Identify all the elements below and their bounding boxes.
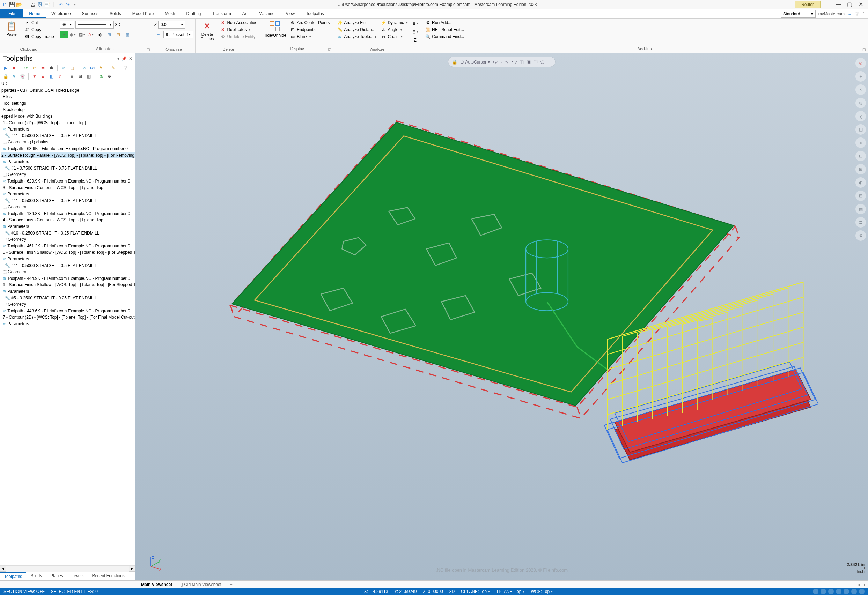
arc-center-button[interactable]: ⊕Arc Center Points — [288, 19, 331, 26]
attr-btn-3[interactable]: ▦ — [124, 31, 131, 38]
tab-file[interactable]: File — [0, 9, 24, 19]
tree-row[interactable]: ≋ Toolpath - 461.2K - FileInfo.com Examp… — [1, 243, 135, 249]
tree-row[interactable]: ≋ Toolpath - 448.6K - FileInfo.com Examp… — [1, 308, 135, 314]
ghost-icon[interactable]: 👻 — [19, 73, 26, 80]
tb-icon-3[interactable]: ▥ — [85, 73, 92, 80]
tree-row[interactable]: ≋ Toolpath - 186.8K - FileInfo.com Examp… — [1, 211, 135, 217]
orbit-icon[interactable]: ◎ — [855, 98, 866, 108]
expand-icon[interactable]: ◲ — [147, 47, 150, 51]
attr-btn-1[interactable]: ⊞ — [105, 31, 113, 38]
panel-tab-planes[interactable]: Planes — [46, 572, 67, 580]
tree-row[interactable]: ≋ Parameters — [1, 223, 135, 230]
endpoints-button[interactable]: ⊡Endpoints — [288, 27, 331, 33]
non-associative-button[interactable]: ✖Non-Associative — [218, 19, 259, 26]
status-i6-icon[interactable] — [851, 589, 857, 594]
tree-row[interactable]: Tool settings — [1, 100, 135, 107]
autocursor-button[interactable]: ⊕ AutoCursor ▾ — [460, 59, 490, 65]
command-find-button[interactable]: 🔍Command Find... — [424, 34, 465, 40]
tree-row[interactable]: 4 - Surface Finish Contour - [WCS: Top] … — [1, 217, 135, 223]
ft-poly-icon[interactable]: ⬠ — [540, 59, 544, 65]
duplicates-button[interactable]: ✖Duplicates — [218, 27, 259, 33]
copy-image-button[interactable]: 🖼Copy Image — [23, 34, 56, 40]
backplot-icon[interactable]: ≋ — [60, 65, 67, 72]
viewsheet-main[interactable]: Main Viewsheet — [137, 582, 176, 588]
tab-mesh[interactable]: Mesh — [159, 9, 180, 19]
horizontal-scrollbar[interactable]: ◂ ▸ — [0, 566, 135, 571]
tree-row[interactable]: 5 - Surface Finish Shallow - [WCS: Top] … — [1, 249, 135, 256]
linestyle-combo[interactable]: ▾ — [75, 21, 114, 29]
tab-transform[interactable]: Transform — [207, 9, 237, 19]
tree-row[interactable]: ≋ Parameters — [1, 158, 135, 165]
tree-row[interactable]: ⬚ Geometry — [1, 236, 135, 243]
wire-icon[interactable]: ⊞ — [855, 164, 866, 174]
deselect-icon[interactable]: ✖ — [10, 65, 18, 72]
tree-row[interactable]: epped Model with Buildings — [1, 113, 135, 120]
rotate-icon[interactable]: × — [855, 84, 866, 95]
tree-row[interactable]: 1 - Contour (2D) - [WCS: Top] - [Tplane:… — [1, 120, 135, 126]
pointstyle-combo[interactable]: ✳▾ — [60, 21, 74, 29]
status-wcs[interactable]: WCS: Top — [531, 589, 553, 594]
analyze-toolpath-button[interactable]: ≋Analyze Toolpath — [335, 34, 377, 40]
pan-icon[interactable]: χ — [855, 111, 866, 121]
analyze-entity-button[interactable]: ✨Analyze Enti... — [335, 19, 377, 26]
status-shade-icon[interactable] — [828, 589, 834, 594]
viewport[interactable]: 🔒 ⊕ AutoCursor ▾ xyz · ↖ • ∕ ◫ ▣ ⬚ ⬠ ⋯ ⊘… — [136, 53, 868, 580]
shade-button[interactable]: ▨ — [78, 31, 86, 38]
analyze-extra-2[interactable]: ⊞ — [411, 28, 419, 35]
blank-button[interactable]: ▭Blank — [288, 34, 331, 40]
tree-row[interactable]: 🔧 #5 - 0.2500 STRAIGHT - 0.25 FLAT ENDMI… — [1, 295, 135, 302]
panel-tab-recent-functions[interactable]: Recent Functions — [88, 572, 128, 580]
tab-home[interactable]: Home — [24, 9, 46, 19]
context-tab-router[interactable]: Router — [795, 1, 821, 8]
status-i5-icon[interactable] — [844, 589, 849, 594]
up-icon[interactable]: ▲ — [40, 73, 46, 80]
net-script-button[interactable]: 📜NET-Script Edit... — [424, 27, 465, 33]
scroll-track[interactable] — [6, 566, 129, 571]
ft-more-icon[interactable]: ⋯ — [547, 59, 552, 65]
panel-tab-solids[interactable]: Solids — [26, 572, 46, 580]
z-value-input[interactable]: 0.0▾ — [158, 21, 185, 29]
tab-toolpaths[interactable]: Toolpaths — [300, 9, 329, 19]
section-icon[interactable]: ◫ — [855, 124, 866, 135]
tab-solids[interactable]: Solids — [104, 9, 127, 19]
tab-art[interactable]: Art — [237, 9, 253, 19]
ribbon-collapse-icon[interactable]: ˄ — [862, 12, 865, 16]
qat-customize-icon[interactable]: ▾ — [72, 2, 78, 7]
status-cplane[interactable]: CPLANE: Top — [461, 589, 490, 594]
cloud-icon[interactable]: ☁ — [847, 12, 852, 16]
run-addin-button[interactable]: ⚙Run Add... — [424, 19, 465, 26]
tab-view[interactable]: View — [280, 9, 300, 19]
post-sel-icon[interactable]: ✱ — [48, 65, 55, 72]
status-tplane[interactable]: TPLANE: Top — [496, 589, 524, 594]
dynamic-button[interactable]: ⚡Dynamic — [379, 19, 409, 26]
tree-row[interactable]: 7 - Contour (2D) - [WCS: Top] - [Tplane:… — [1, 314, 135, 321]
tab-wireframe[interactable]: Wireframe — [46, 9, 76, 19]
viewsheet-old[interactable]: ▯ Old Main Viewsheet — [176, 582, 226, 588]
tb-icon-1[interactable]: ⊞ — [68, 73, 75, 80]
ft-xyz-icon[interactable]: xyz — [493, 60, 498, 64]
viewsheet-scroll-right[interactable]: ▸ — [862, 582, 868, 587]
select-all-icon[interactable]: ▶ — [2, 65, 9, 72]
undo-icon[interactable]: ↶ — [58, 2, 63, 7]
tree-row[interactable]: ≋ Toolpath - 629.9K - FileInfo.com Examp… — [1, 178, 135, 185]
collapse-icon[interactable]: ◧ — [48, 73, 55, 80]
tree-row[interactable]: pperties - C.R. Onsrud OSAI Fixed Bridge — [1, 87, 135, 94]
level-combo[interactable]: 9 : Pocket_1▾ — [164, 31, 193, 38]
chain-button[interactable]: ⫘Chain — [379, 34, 409, 40]
minimize-icon[interactable]: — — [834, 1, 842, 8]
mymastercam-link[interactable]: myMastercam — [818, 12, 844, 16]
new-icon[interactable]: 🗋 — [2, 2, 8, 7]
tree-row[interactable]: 6 - Surface Finish Shallow - [WCS: Top] … — [1, 281, 135, 288]
expand-icon[interactable]: ◲ — [328, 47, 331, 51]
tree-row[interactable]: ≋ Parameters — [1, 191, 135, 197]
scroll-left-icon[interactable]: ◂ — [0, 566, 6, 571]
shade-icon[interactable]: ◐ — [855, 177, 866, 188]
tree-row[interactable]: UD — [1, 81, 135, 87]
expand-all-icon[interactable]: ⇳ — [56, 73, 63, 80]
pin-icon[interactable]: 📌 — [121, 56, 127, 61]
tab-model-prep[interactable]: Model Prep — [127, 9, 159, 19]
tree-row[interactable]: ⬚ Geometry — [1, 204, 135, 211]
tree-row[interactable]: 3 - Surface Finish Contour - [WCS: Top] … — [1, 185, 135, 191]
tree-row[interactable]: Files — [1, 94, 135, 100]
simulate-icon[interactable]: ≋ — [81, 65, 88, 72]
